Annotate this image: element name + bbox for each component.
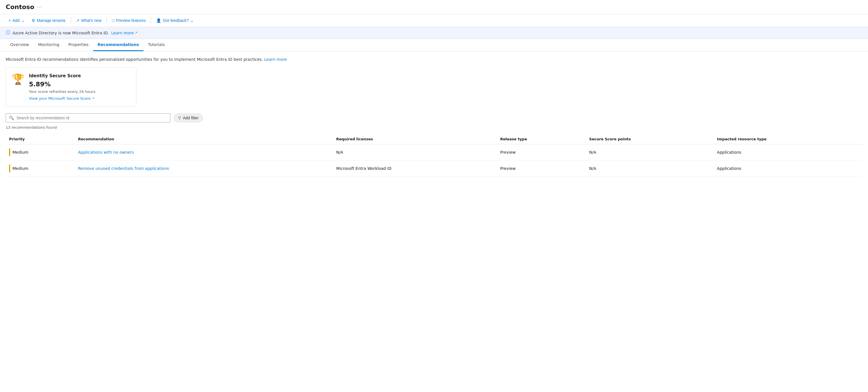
view-secure-score-link[interactable]: View your Microsoft Secure Score ↗ (29, 96, 94, 100)
feedback-icon: 👤 (156, 18, 161, 23)
recommendations-table: Priority Recommendation Required license… (6, 134, 862, 177)
cell-resource-1: Applications (713, 144, 862, 160)
cell-release-1: Preview (497, 144, 586, 160)
priority-bar-medium-2 (9, 164, 10, 173)
whats-new-button[interactable]: ↗ What's new (73, 17, 104, 24)
filter-icon: ▽ (178, 116, 181, 120)
tab-recommendations[interactable]: Recommendations (93, 39, 144, 51)
tab-properties[interactable]: Properties (64, 39, 93, 51)
info-banner-text: Azure Active Directory is now Microsoft … (12, 31, 109, 35)
add-button[interactable]: + Add ⌄ (6, 17, 28, 24)
new-icon: ↗ (76, 18, 80, 23)
app-title: Contoso (6, 3, 34, 10)
info-icon: ⓘ (6, 30, 10, 36)
col-release-type: Release type (497, 134, 586, 144)
nav-tabs: Overview Monitoring Properties Recommend… (0, 39, 868, 52)
chevron-down-icon-feedback: ⌄ (190, 18, 194, 23)
score-value: 5.89% (29, 81, 130, 88)
col-recommendation: Recommendation (75, 134, 333, 144)
tab-monitoring[interactable]: Monitoring (33, 39, 64, 51)
trophy-icon: 🏆 (12, 73, 24, 85)
app-title-dots[interactable]: ··· (37, 4, 42, 10)
page-learn-more-link[interactable]: Learn more (264, 57, 287, 62)
score-card: 🏆 Identity Secure Score 5.89% Your score… (6, 67, 136, 107)
search-box: 🔍 (6, 113, 170, 122)
cell-score-2: N/A (586, 160, 713, 177)
col-priority: Priority (6, 134, 75, 144)
tab-overview[interactable]: Overview (6, 39, 33, 51)
table-row: Medium Remove unused credentials from ap… (6, 160, 862, 177)
cell-recommendation-1: Applications with no owners (75, 144, 333, 160)
priority-bar-medium (9, 148, 10, 156)
table-body: Medium Applications with no owners N/A P… (6, 144, 862, 177)
col-secure-score-points: Secure Score points (586, 134, 713, 144)
cell-release-2: Preview (497, 160, 586, 177)
score-note: Your score refreshes every 24 hours. (29, 89, 130, 94)
gear-icon: ⚙ (32, 18, 35, 23)
cell-priority-2: Medium (6, 160, 75, 177)
table-header-row: Priority Recommendation Required license… (6, 134, 862, 144)
score-title: Identity Secure Score (29, 73, 130, 79)
preview-icon: □ (112, 18, 114, 23)
search-icon: 🔍 (9, 115, 14, 120)
table-header: Priority Recommendation Required license… (6, 134, 862, 144)
preview-features-button[interactable]: □ Preview features (109, 17, 149, 24)
cell-licenses-1: N/A (333, 144, 497, 160)
main-content: Microsoft Entra ID recommendations ident… (0, 52, 868, 182)
results-count: 13 recommendations found (6, 125, 862, 129)
tab-tutorials[interactable]: Tutorials (144, 39, 169, 51)
search-filter-row: 🔍 ▽ Add filter (6, 113, 862, 122)
cell-licenses-2: Microsoft Entra Workload ID (333, 160, 497, 177)
cell-priority-1: Medium (6, 144, 75, 160)
info-banner: ⓘ Azure Active Directory is now Microsof… (0, 27, 868, 39)
rec-link-1[interactable]: Applications with no owners (78, 150, 134, 154)
cell-score-1: N/A (586, 144, 713, 160)
external-link-icon-score: ↗ (92, 97, 94, 100)
search-input[interactable] (17, 116, 167, 120)
col-required-licenses: Required licenses (333, 134, 497, 144)
table-row: Medium Applications with no owners N/A P… (6, 144, 862, 160)
col-impacted-resource-type: Impacted resource type (713, 134, 862, 144)
external-link-icon: ↗ (135, 31, 137, 35)
toolbar-divider-2 (106, 17, 107, 24)
add-filter-button[interactable]: ▽ Add filter (174, 114, 203, 122)
toolbar-divider-1 (71, 17, 71, 24)
cell-recommendation-2: Remove unused credentials from applicati… (75, 160, 333, 177)
rec-link-2[interactable]: Remove unused credentials from applicati… (78, 166, 169, 171)
page-description: Microsoft Entra ID recommendations ident… (6, 57, 862, 62)
got-feedback-button[interactable]: 👤 Got feedback? ⌄ (153, 17, 196, 24)
chevron-down-icon: ⌄ (21, 18, 25, 23)
plus-icon: + (8, 18, 11, 23)
score-content: Identity Secure Score 5.89% Your score r… (29, 73, 130, 100)
manage-tenants-button[interactable]: ⚙ Manage tenants (29, 17, 68, 24)
learn-more-banner-link[interactable]: Learn more ↗ (111, 31, 137, 35)
toolbar: + Add ⌄ ⚙ Manage tenants ↗ What's new □ … (0, 14, 868, 27)
cell-resource-2: Applications (713, 160, 862, 177)
app-header: Contoso ··· (0, 0, 868, 14)
